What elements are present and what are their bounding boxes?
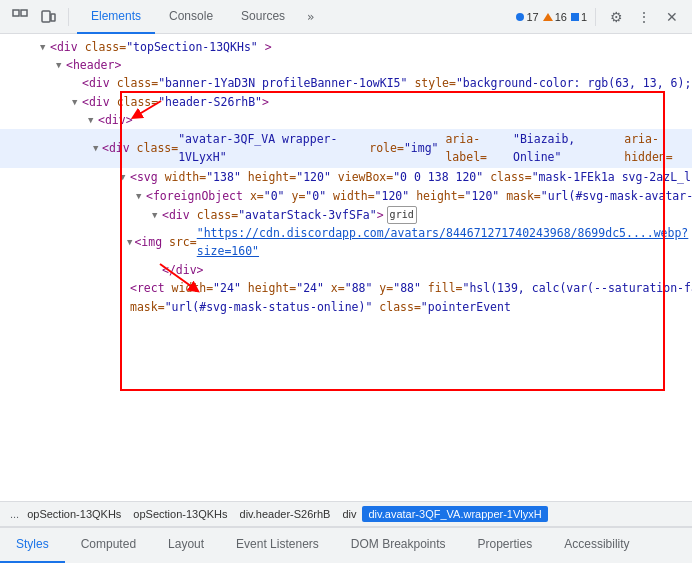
dom-line[interactable]: <div class="avatarStack-3vfSFa" > grid [0,206,692,224]
svg-rect-0 [13,10,19,16]
device-toggle-button[interactable] [36,5,60,29]
square-count: 1 [581,11,587,23]
main-content: <div class="topSection-13QKHs" > <header… [0,34,692,563]
more-options-button[interactable]: ⋮ [632,5,656,29]
breadcrumb-item-avatar[interactable]: div.avatar-3QF_VA.wrapper-1VlyxH [362,506,547,522]
close-button[interactable]: ✕ [660,5,684,29]
breadcrumb-item-header-div[interactable]: div.header-S26rhB [234,506,337,522]
square-icon [571,13,579,21]
svg-rect-1 [21,10,27,16]
circle-badge: 17 [516,11,538,23]
tab-dom-breakpoints[interactable]: DOM Breakpoints [335,527,462,563]
dom-line[interactable]: <div class="topSection-13QKHs" > [0,38,692,56]
triangle-badge: 16 [543,11,567,23]
tree-toggle[interactable] [136,190,146,204]
dom-line[interactable]: <header> [0,56,692,74]
breadcrumb-item-header[interactable]: opSection-13QKHs [127,506,233,522]
tab-accessibility[interactable]: Accessibility [548,527,645,563]
dom-tree[interactable]: <div class="topSection-13QKHs" > <header… [0,34,692,501]
tree-toggle[interactable] [72,95,82,109]
dom-line[interactable]: <div class="banner-1YaD3N profileBanner-… [0,74,692,93]
breadcrumb-ellipsis: ... [8,508,21,520]
dom-line[interactable]: </div> [0,261,692,279]
dom-line[interactable]: <svg width="138" height="120" viewBox="0… [0,168,692,187]
inspect-icon [12,9,28,25]
tab-sources[interactable]: Sources [227,0,299,34]
tree-toggle[interactable] [56,58,66,72]
tab-styles[interactable]: Styles [0,527,65,563]
elements-panel: <div class="topSection-13QKHs" > <header… [0,34,692,563]
tab-layout[interactable]: Layout [152,527,220,563]
devtools-tabs: Elements Console Sources » [77,0,512,34]
tab-elements[interactable]: Elements [77,0,155,34]
tab-more[interactable]: » [299,10,322,24]
toolbar-divider [68,8,69,26]
tab-properties[interactable]: Properties [462,527,549,563]
tree-toggle[interactable] [127,236,134,250]
dom-line[interactable]: <div> [0,111,692,129]
triangle-icon [543,13,553,21]
breadcrumb-item-topSection[interactable]: opSection-13QKHs [21,506,127,522]
dom-line[interactable]: <div class="header-S26rhB" > [0,93,692,111]
dom-line[interactable]: mask="url(#svg-mask-status-online)" clas… [0,298,692,317]
circle-count: 17 [526,11,538,23]
device-icon [40,9,56,25]
devtools-toolbar: Elements Console Sources » 17 16 1 ⚙ ⋮ ✕ [0,0,692,34]
svg-rect-2 [42,11,50,22]
triangle-count: 16 [555,11,567,23]
tree-toggle[interactable] [88,113,98,127]
breadcrumb-bar: ... opSection-13QKHs opSection-13QKHs di… [0,501,692,527]
dom-line[interactable]: <foreignObject x="0" y="0" width="120" h… [0,187,692,206]
toolbar-divider-2 [595,8,596,26]
bottom-tabs: Styles Computed Layout Event Listeners D… [0,527,692,563]
settings-button[interactable]: ⚙ [604,5,628,29]
breadcrumb-item-div[interactable]: div [336,506,362,522]
dom-line-img[interactable]: <img src="https://cdn.discordapp.com/ava… [0,224,692,261]
tree-toggle[interactable] [152,208,162,222]
dom-line-highlighted[interactable]: <div class="avatar-3QF_VA wrapper-1VLyxH… [0,129,692,168]
square-badge: 1 [571,11,587,23]
tree-toggle[interactable] [120,171,130,185]
dom-line[interactable]: <rect width="24" height="24" x="88" y="8… [0,279,692,298]
tree-toggle[interactable] [40,40,50,54]
inspect-button[interactable] [8,5,32,29]
tab-computed[interactable]: Computed [65,527,152,563]
svg-rect-3 [51,14,55,21]
toolbar-right: 17 16 1 ⚙ ⋮ ✕ [516,5,684,29]
circle-icon [516,13,524,21]
tab-console[interactable]: Console [155,0,227,34]
tree-toggle[interactable] [93,142,102,156]
tab-event-listeners[interactable]: Event Listeners [220,527,335,563]
